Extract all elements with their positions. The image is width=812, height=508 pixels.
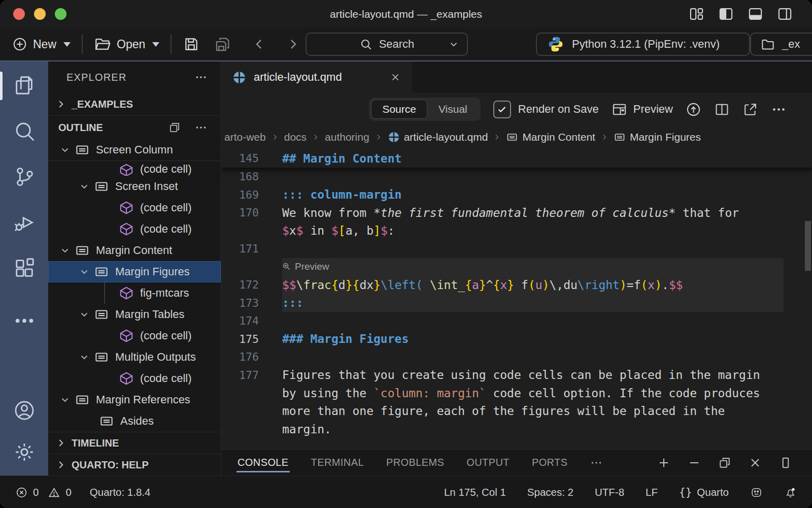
toggle-bottom-panel-icon[interactable] [748, 6, 763, 22]
minimize-window-button[interactable] [34, 8, 46, 20]
code-line[interactable]: $x$ in $[a, b]$: [221, 222, 812, 240]
toggle-left-sidebar-icon[interactable] [718, 6, 734, 22]
navigate-forward-icon[interactable] [285, 37, 300, 52]
outline-item[interactable]: Asides [48, 410, 221, 432]
code-line[interactable]: 175### Margin Figures [221, 330, 812, 348]
chevron-down-icon[interactable] [76, 180, 93, 193]
explorer-files-icon[interactable] [13, 74, 36, 97]
account-icon[interactable] [13, 399, 36, 422]
chevron-down-icon[interactable] [76, 308, 93, 321]
maximize-panel-icon[interactable] [779, 456, 793, 470]
save-icon[interactable] [183, 36, 200, 53]
settings-gear-icon[interactable] [13, 441, 36, 463]
indentation-setting[interactable]: Spaces: 2 [527, 486, 573, 498]
workspace-selector[interactable]: _ex [750, 33, 812, 56]
cursor-position[interactable]: Ln 175, Col 1 [444, 486, 506, 498]
panel-tab-problems[interactable]: PROBLEMS [386, 457, 444, 468]
minimize-panel-icon[interactable] [687, 456, 701, 470]
code-line[interactable]: 172$$\frac{d}{dx}\left( \int_{a}^{x} f(u… [221, 276, 812, 294]
more-views-icon[interactable] [13, 302, 36, 326]
code-line[interactable]: 176 [221, 348, 812, 366]
panel-tab-console[interactable]: CONSOLE [238, 457, 289, 468]
render-document-icon[interactable] [686, 102, 701, 117]
mode-visual-button[interactable]: Visual [427, 100, 479, 119]
search-icon[interactable] [13, 119, 36, 143]
breadcrumb-item[interactable]: authoring [325, 131, 369, 143]
new-button[interactable]: New [12, 37, 71, 52]
code-line[interactable]: 174 [221, 312, 812, 330]
code-line[interactable]: by using the `column: margin` code cell … [221, 384, 812, 402]
code-line[interactable]: 171 [221, 240, 812, 258]
preview-button[interactable]: Preview [612, 102, 673, 117]
panel-tab-terminal[interactable]: TERMINAL [311, 457, 364, 468]
code-line[interactable]: 145## Margin Content [221, 149, 812, 168]
outline-more-actions-icon[interactable] [194, 121, 208, 134]
save-all-icon[interactable] [214, 36, 231, 53]
outline-item[interactable]: (code cell) [48, 368, 221, 389]
outline-item[interactable]: Margin Tables [48, 304, 221, 325]
source-control-icon[interactable] [13, 165, 36, 188]
search-input[interactable]: Search [306, 33, 468, 56]
sidebar-section-examples[interactable]: _EXAMPLES [48, 93, 221, 116]
preview-lens-link[interactable]: Preview [282, 261, 329, 272]
new-console-icon[interactable] [657, 456, 671, 470]
feedback-smiley-icon[interactable] [750, 486, 763, 499]
chevron-down-icon[interactable] [76, 351, 93, 363]
chevron-down-icon[interactable] [56, 244, 74, 257]
editor-scrollbar-thumb[interactable] [805, 221, 811, 271]
outline-item[interactable]: (code cell) [48, 325, 221, 346]
eol-setting[interactable]: LF [646, 486, 658, 498]
outline-item[interactable]: fig-mtcars [48, 282, 221, 304]
panel-more-tabs-icon[interactable] [590, 456, 603, 469]
explorer-more-actions-icon[interactable] [194, 71, 208, 84]
outline-item[interactable]: Screen Inset [48, 176, 221, 197]
outline-item[interactable]: (code cell) [48, 218, 221, 240]
encoding-setting[interactable]: UTF-8 [595, 486, 624, 498]
more-actions-icon[interactable] [771, 102, 787, 117]
run-debug-icon[interactable] [13, 211, 36, 234]
outline-item[interactable]: Margin References [48, 389, 221, 410]
code-line[interactable]: Preview [221, 258, 812, 276]
breadcrumb-item[interactable]: Margin Content [506, 131, 595, 143]
interpreter-selector[interactable]: Python 3.12.1 (PipEnv: .venv) [536, 33, 750, 56]
maximize-window-button[interactable] [55, 8, 66, 20]
code-line[interactable]: 170We know from *the first fundamental t… [221, 204, 812, 222]
outline-item[interactable]: (code cell) [48, 197, 221, 218]
render-on-save-checkbox[interactable] [493, 101, 511, 118]
panel-tab-ports[interactable]: PORTS [532, 457, 568, 468]
chevron-down-icon[interactable] [56, 144, 74, 156]
code-line[interactable]: 168 [221, 168, 812, 186]
open-in-new-window-icon[interactable] [742, 102, 758, 117]
sticky-scroll-line[interactable]: 145## Margin Content [221, 149, 812, 168]
outline-item[interactable]: (code cell) [48, 161, 221, 176]
breadcrumb-item[interactable]: Margin Figures [614, 131, 701, 143]
mode-source-button[interactable]: Source [371, 100, 427, 119]
outline-item[interactable]: Multiple Outputs [48, 346, 221, 368]
render-on-save-control[interactable]: Render on Save [493, 101, 599, 118]
outline-item[interactable]: Margin Content [48, 240, 221, 261]
sidebar-section-outline[interactable]: OUTLINE [48, 116, 221, 139]
notifications-bell-icon[interactable] [784, 486, 797, 499]
sidebar-section-timeline[interactable]: TIMELINE [48, 432, 221, 454]
customize-layout-icon[interactable] [689, 6, 704, 22]
code-line[interactable]: 173::: [221, 294, 812, 312]
code-line[interactable]: 169::: column-margin [221, 186, 812, 204]
breadcrumb-item[interactable]: docs [284, 131, 307, 143]
code-line[interactable]: margin. [221, 420, 812, 438]
close-tab-icon[interactable] [390, 72, 401, 83]
quarto-version[interactable]: Quarto: 1.8.4 [90, 486, 151, 498]
close-panel-icon[interactable] [748, 456, 762, 470]
navigate-back-icon[interactable] [252, 37, 267, 52]
language-mode[interactable]: {} Quarto [679, 486, 729, 498]
split-editor-icon[interactable] [714, 102, 730, 117]
toggle-right-sidebar-icon[interactable] [777, 6, 793, 22]
code-line[interactable]: 177Figures that you create using code ce… [221, 366, 812, 385]
chevron-down-icon[interactable] [76, 266, 93, 278]
problems-indicator[interactable]: 0 0 [15, 486, 72, 499]
outline-item[interactable]: Margin Figures [48, 261, 221, 282]
tab-article-layout[interactable]: article-layout.qmd [221, 61, 412, 93]
outline-item[interactable]: Screen Column [48, 139, 221, 161]
open-button[interactable]: Open [94, 36, 159, 53]
chevron-down-icon[interactable] [56, 394, 74, 406]
breadcrumb-item[interactable]: arto-web [224, 131, 266, 143]
